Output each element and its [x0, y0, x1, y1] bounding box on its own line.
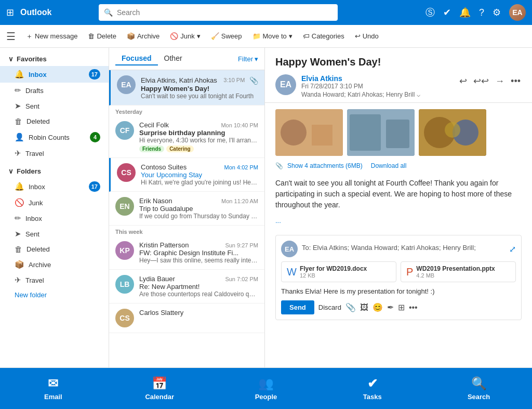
- email-item-1[interactable]: EA Elvia Atkins, Katri Ahokas 3:10 PM 📎 …: [109, 70, 264, 105]
- grid-icon[interactable]: ⊞: [6, 7, 14, 18]
- nav-email[interactable]: ✉ Email: [0, 368, 107, 409]
- command-bar: ☰ ＋ New message 🗑 Delete 📦 Archive 🚫 Jun…: [0, 25, 532, 48]
- email-meta-5: Kristin Patterson Sun 9:27 PM: [139, 241, 258, 249]
- nav-search[interactable]: 🔍 Search: [425, 368, 532, 409]
- section-yesterday: Yesterday: [109, 105, 264, 116]
- section-this-week: This week: [109, 226, 264, 236]
- attachment-icon-1: 📎: [249, 76, 258, 85]
- new-folder-link[interactable]: New folder: [0, 288, 109, 302]
- download-all-link[interactable]: Download all: [371, 162, 407, 169]
- search-bar[interactable]: 🔍: [99, 4, 338, 21]
- more-reply-icon[interactable]: •••: [409, 303, 418, 312]
- email-item-7[interactable]: CS Carlos Slattery: [109, 304, 264, 333]
- sweep-button[interactable]: 🧹 Sweep: [207, 30, 246, 42]
- attach-icon[interactable]: 📎: [345, 302, 356, 312]
- junk-button[interactable]: 🚫 Junk ▾: [166, 30, 204, 42]
- tag-catering: Catering: [166, 146, 194, 152]
- checkmark-icon[interactable]: ✔: [443, 7, 451, 18]
- travel-icon-2: ✈: [15, 275, 21, 285]
- email-subject-5: FW: Graphic Design Institute Fi...: [139, 249, 258, 257]
- email-item-4[interactable]: EN Erik Nason Mon 11:20 AM Trip to Guada…: [109, 192, 264, 226]
- reading-more[interactable]: ...: [265, 217, 532, 231]
- attachments-label[interactable]: Show 4 attachments (6MB): [287, 162, 363, 169]
- email-preview-1: Can't wait to see you all tonight at Fou…: [141, 93, 258, 100]
- signature-icon[interactable]: ✒: [387, 302, 394, 312]
- email-item-5[interactable]: KP Kristin Patterson Sun 9:27 PM FW: Gra…: [109, 236, 264, 270]
- nav-calendar[interactable]: 📅 Calendar: [107, 368, 213, 409]
- avatar-e4: EN: [115, 197, 134, 216]
- file-info-2: WD2019 Presentation.pptx 4.2 MB: [416, 265, 495, 279]
- move-to-button[interactable]: 📁 Move to ▾: [248, 30, 297, 42]
- image-insert-icon[interactable]: 🖼: [360, 303, 368, 312]
- search-input[interactable]: [117, 8, 332, 17]
- sidebar-item-travel[interactable]: ✈ Travel: [0, 146, 109, 161]
- sidebar-item-drafts[interactable]: ✏ Drafts: [0, 83, 109, 98]
- email-item-2[interactable]: CF Cecil Folk Mon 10:40 PM Surprise birt…: [109, 116, 264, 158]
- sidebar-item-robin-counts[interactable]: 👤 Robin Counts 4: [0, 129, 109, 146]
- search-nav-icon: 🔍: [471, 376, 487, 391]
- forward-icon[interactable]: →: [494, 75, 506, 88]
- tasks-nav-icon: ✔: [367, 376, 378, 391]
- sidebar-item-junk[interactable]: 🚫 Junk: [0, 195, 109, 210]
- tab-focused[interactable]: Focused: [115, 52, 158, 65]
- reading-pane: Happy Women's Day! EA Elvia Atkins Fri 7…: [265, 48, 532, 367]
- avatar-e7: CS: [115, 309, 134, 327]
- undo-button[interactable]: ↩ Undo: [351, 30, 383, 42]
- robin-counts-badge: 4: [90, 132, 100, 142]
- reply-header: EA To: Elvia Atkins; Wanda Howard; Katri…: [281, 241, 516, 257]
- avatar-e3: CS: [117, 163, 136, 182]
- emoji-icon[interactable]: 😊: [373, 302, 383, 312]
- expand-recipients-icon[interactable]: ⌵: [417, 91, 420, 98]
- reply-attachment-1: W Flyer for WD2019.docx 12 KB: [281, 261, 396, 282]
- avatar-e1: EA: [117, 75, 136, 94]
- focused-other-tabs: Focused Other Filter ▾: [109, 48, 264, 70]
- email-subject-1: Happy Women's Day!: [141, 85, 258, 93]
- email-content-6: Lydia Bauer Sun 7:02 PM Re: New Apartmen…: [139, 275, 258, 298]
- email-meta-6: Lydia Bauer Sun 7:02 PM: [139, 275, 258, 283]
- sidebar-item-deleted[interactable]: 🗑 Deleted: [0, 114, 109, 129]
- sidebar-item-folders-travel[interactable]: ✈ Travel: [0, 272, 109, 288]
- nav-people[interactable]: 👥 People: [213, 368, 320, 409]
- delete-button[interactable]: 🗑 Delete: [84, 30, 121, 42]
- deleted-icon-2: 🗑: [15, 245, 22, 254]
- email-tags-2: Friends Catering: [139, 146, 258, 152]
- email-item-3[interactable]: CS Contoso Suites Mon 4:02 PM Your Upcom…: [109, 158, 264, 192]
- sidebar-item-archive[interactable]: 📦 Archive: [0, 257, 109, 272]
- folders-header[interactable]: ∨ Folders: [0, 164, 109, 178]
- sidebar-item-folders-inbox2[interactable]: ✏ Inbox: [0, 210, 109, 226]
- top-bar: ⊞ Outlook 🔍 Ⓢ ✔ 🔔 ? ⚙ EA: [0, 0, 532, 25]
- tab-other[interactable]: Other: [158, 52, 189, 65]
- main-layout: ∨ Favorites 🔔 Inbox 17 ✏ Drafts ➤ Sent 🗑…: [0, 48, 532, 367]
- sidebar-item-folders-inbox[interactable]: 🔔 Inbox 17: [0, 178, 109, 195]
- more-actions-icon[interactable]: •••: [510, 75, 522, 88]
- app-logo: Outlook: [20, 8, 51, 17]
- reply-all-icon[interactable]: ↩↩: [472, 74, 490, 88]
- categories-button[interactable]: 🏷 Categories: [299, 30, 349, 42]
- favorites-header[interactable]: ∨ Favorites: [0, 52, 109, 66]
- reading-actions: ↩ ↩↩ → •••: [458, 74, 522, 88]
- bell-icon[interactable]: 🔔: [459, 7, 471, 18]
- new-message-button[interactable]: ＋ New message: [22, 30, 82, 43]
- table-icon[interactable]: ⊞: [398, 302, 405, 312]
- reply-area: EA To: Elvia Atkins; Wanda Howard; Katri…: [275, 235, 522, 320]
- travel-icon: ✈: [15, 149, 21, 158]
- settings-icon[interactable]: ⚙: [493, 7, 501, 18]
- sidebar-item-sent[interactable]: ➤ Sent: [0, 98, 109, 114]
- email-item-6[interactable]: LB Lydia Bauer Sun 7:02 PM Re: New Apart…: [109, 270, 264, 304]
- hamburger-icon[interactable]: ☰: [6, 30, 16, 43]
- skype-icon[interactable]: Ⓢ: [425, 6, 435, 19]
- archive-button[interactable]: 📦 Archive: [123, 30, 164, 42]
- discard-button[interactable]: Discard: [318, 304, 341, 311]
- user-avatar[interactable]: EA: [509, 4, 526, 21]
- sidebar-item-folders-sent[interactable]: ➤ Sent: [0, 226, 109, 242]
- email-content-4: Erik Nason Mon 11:20 AM Trip to Guadalup…: [139, 197, 258, 220]
- sidebar-item-inbox[interactable]: 🔔 Inbox 17: [0, 66, 109, 83]
- filter-button[interactable]: Filter ▾: [238, 55, 258, 63]
- reply-icon[interactable]: ↩: [458, 74, 468, 88]
- sidebar-item-folders-deleted[interactable]: 🗑 Deleted: [0, 242, 109, 257]
- nav-tasks[interactable]: ✔ Tasks: [319, 368, 425, 409]
- send-button[interactable]: Send: [281, 300, 314, 314]
- archive-icon: 📦: [127, 32, 135, 40]
- expand-reply-icon[interactable]: ⤢: [509, 244, 516, 254]
- help-icon[interactable]: ?: [479, 7, 484, 18]
